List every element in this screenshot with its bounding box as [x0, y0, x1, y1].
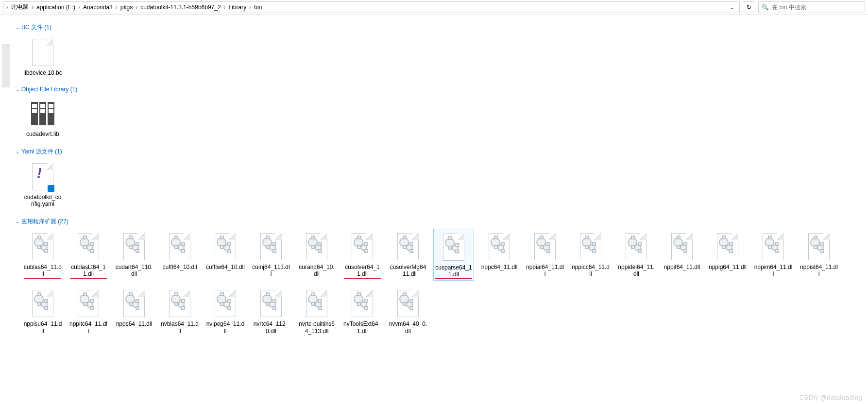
file-label: cufftw64_10.dll — [206, 264, 245, 270]
file-item[interactable]: nvjpeg64_11.dll — [205, 286, 246, 336]
file-label: cusparse64_11.dll — [435, 264, 473, 278]
file-label: curand64_10.dll — [297, 264, 336, 278]
refresh-icon: ↻ — [747, 4, 751, 11]
file-item[interactable]: nppim64_11.dll — [753, 229, 794, 281]
chevron-down-icon: ⌄ — [16, 219, 19, 224]
file-item[interactable]: npps64_11.dll — [114, 286, 154, 336]
dll-icon — [30, 231, 55, 263]
history-dropdown-button[interactable]: ⌄ — [727, 2, 737, 13]
file-item[interactable]: nppc64_11.dll — [479, 229, 520, 281]
search-icon: 🔍 — [762, 4, 769, 11]
breadcrumb[interactable]: bin — [252, 4, 264, 11]
file-label: nvrtc-builtins64_113.dll — [297, 320, 336, 335]
group-items: libdevice.10.bc — [22, 34, 868, 82]
file-item[interactable]: cudadevrt.lib — [22, 96, 63, 138]
file-item[interactable]: nppicc64_11.dll — [570, 229, 611, 281]
file-label: cufft64_10.dll — [162, 264, 197, 270]
file-item[interactable]: cusolverMg64_11.dll — [388, 229, 428, 281]
file-label: cudart64_110.dll — [115, 264, 153, 278]
file-item[interactable]: cufft64_10.dll — [159, 229, 200, 281]
file-item[interactable]: nppig64_11.dll — [707, 229, 748, 281]
file-item[interactable]: nvToolsExt64_1.dll — [342, 286, 383, 336]
breadcrumb[interactable]: Library — [227, 4, 249, 11]
file-label: nppist64_11.dll — [800, 264, 838, 278]
dll-icon — [30, 287, 55, 320]
file-label: cudatoolkit_config.yaml — [23, 194, 62, 208]
group-header-yaml[interactable]: ⌄ Yaml 源文件 (1) — [16, 148, 868, 156]
group-items: cublas64_11.dllcublasLt64_11.dllcudart64… — [22, 229, 868, 341]
breadcrumb[interactable]: pkgs — [119, 4, 135, 11]
dll-icon — [76, 287, 101, 320]
dll-icon — [167, 231, 192, 263]
group-header-bc[interactable]: ⌄ BC 文件 (1) — [16, 23, 868, 32]
file-item[interactable]: libdevice.10.bc — [22, 34, 63, 77]
dll-icon — [304, 287, 329, 320]
file-item[interactable]: nppif64_11.dll — [662, 229, 702, 281]
breadcrumb[interactable]: 此电脑 — [9, 3, 31, 11]
file-label: cublas64_11.dll — [23, 264, 62, 278]
search-box[interactable]: 🔍 — [758, 1, 865, 13]
dll-icon — [578, 231, 603, 263]
group-items: cudadevrt.lib — [22, 96, 868, 143]
file-item[interactable]: nppitc64_11.dll — [68, 286, 109, 336]
chevron-right-icon: › — [31, 4, 34, 11]
group-title: 应用程序扩展 (27) — [21, 218, 68, 226]
file-item[interactable]: nppist64_11.dll — [799, 229, 839, 281]
group-header-lib[interactable]: ⌄ Object File Library (1) — [16, 86, 868, 93]
file-item[interactable]: cublasLt64_11.dll — [68, 229, 109, 281]
file-item[interactable]: nppidei64_11.dll — [616, 229, 657, 281]
chevron-right-icon: › — [77, 4, 81, 11]
group-title: Object File Library (1) — [21, 86, 77, 93]
file-item[interactable]: nppisu64_11.dll — [22, 286, 63, 336]
file-item[interactable]: cudart64_110.dll — [114, 229, 154, 281]
group-items: ! cudatoolkit_config.yaml — [22, 159, 868, 214]
dll-icon — [669, 231, 695, 263]
file-label: cusolver64_11.dll — [343, 264, 382, 278]
file-item[interactable]: nvblas64_11.dll — [159, 286, 200, 336]
file-label: nvrtc64_112_0.dll — [252, 320, 290, 335]
refresh-button[interactable]: ↻ — [743, 1, 755, 13]
file-label: nppisu64_11.dll — [23, 320, 62, 335]
dll-icon — [350, 287, 375, 320]
breadcrumb[interactable]: Anaconda3 — [81, 4, 115, 11]
dll-icon — [532, 231, 558, 263]
breadcrumb[interactable]: cudatoolkit-11.3.1-h59b6b97_2 — [138, 4, 222, 11]
breadcrumb[interactable]: application (E:) — [34, 4, 77, 11]
underline-mark — [24, 278, 61, 279]
file-item[interactable]: ! cudatoolkit_config.yaml — [22, 159, 63, 209]
dll-icon — [487, 231, 512, 263]
lib-icon — [30, 98, 55, 130]
search-input[interactable] — [772, 4, 862, 11]
dll-icon — [806, 231, 832, 263]
file-item[interactable]: cusparse64_11.dll — [433, 229, 474, 281]
chevron-down-icon: ⌄ — [16, 149, 19, 154]
group-title: Yaml 源文件 (1) — [21, 148, 62, 156]
file-label: nppif64_11.dll — [664, 264, 700, 270]
dll-icon — [258, 231, 284, 263]
dll-icon — [213, 287, 238, 320]
file-item[interactable]: cublas64_11.dll — [22, 229, 63, 281]
file-item[interactable]: cusolver64_11.dll — [342, 229, 383, 281]
file-item[interactable]: nppial64_11.dll — [525, 229, 565, 281]
dll-icon — [121, 231, 147, 263]
file-label: nppicc64_11.dll — [571, 264, 610, 278]
dll-icon — [213, 231, 238, 263]
dll-icon — [441, 231, 466, 263]
file-item[interactable]: nvrtc-builtins64_113.dll — [296, 286, 337, 336]
group-header-dll[interactable]: ⌄ 应用程序扩展 (27) — [16, 218, 868, 226]
file-item[interactable]: nvrtc64_112_0.dll — [251, 286, 291, 336]
selection-bracket — [2, 44, 10, 87]
underline-mark — [70, 278, 107, 279]
file-item[interactable]: cufftw64_10.dll — [205, 229, 246, 281]
file-label: npps64_11.dll — [116, 320, 153, 327]
chevron-right-icon: › — [223, 4, 227, 11]
dll-icon — [715, 231, 740, 263]
breadcrumb-bar[interactable]: › 此电脑 › application (E:) › Anaconda3 › p… — [3, 1, 740, 13]
dll-icon — [624, 231, 649, 263]
file-item[interactable]: cuinj64_113.dll — [251, 229, 291, 281]
file-label: nppidei64_11.dll — [617, 264, 656, 278]
file-item[interactable]: nvvm64_40_0.dll — [388, 286, 428, 336]
dll-icon — [167, 287, 192, 320]
underline-mark — [344, 278, 381, 279]
file-item[interactable]: curand64_10.dll — [296, 229, 337, 281]
